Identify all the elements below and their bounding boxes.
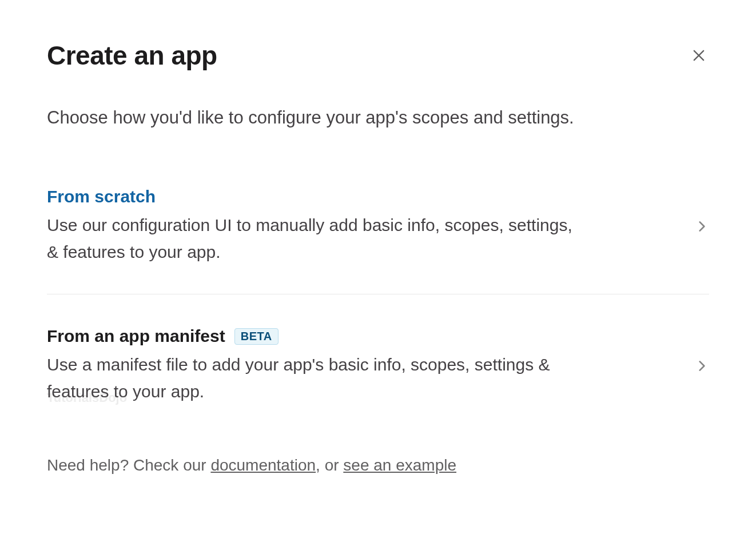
footer-mid: , or bbox=[316, 456, 343, 474]
dialog-header: Create an app bbox=[47, 40, 709, 71]
close-button[interactable] bbox=[689, 45, 709, 66]
option-from-manifest-desc: Use a manifest file to add your app's ba… bbox=[47, 352, 573, 405]
option-divider bbox=[47, 294, 709, 294]
option-from-scratch-desc: Use our configuration UI to manually add… bbox=[47, 212, 573, 265]
option-from-scratch-title-text: From scratch bbox=[47, 187, 156, 206]
dialog-title: Create an app bbox=[47, 40, 217, 71]
see-example-link[interactable]: see an example bbox=[343, 456, 456, 474]
option-from-scratch[interactable]: From scratch Use our configuration UI to… bbox=[47, 187, 709, 294]
close-icon bbox=[691, 47, 707, 63]
option-from-manifest-title-text: From an app manifest bbox=[47, 326, 225, 346]
documentation-link[interactable]: documentation bbox=[210, 456, 316, 474]
dialog-subtitle: Choose how you'd like to configure your … bbox=[47, 105, 709, 130]
option-from-scratch-title: From scratch bbox=[47, 187, 660, 206]
chevron-right-icon bbox=[694, 358, 709, 373]
option-from-manifest[interactable]: From an app manifest BETA Use a manifest… bbox=[47, 326, 709, 433]
footer-help-text: TutorialsDojo Need help? Check our docum… bbox=[47, 456, 709, 475]
chevron-right-icon bbox=[694, 219, 709, 234]
option-from-manifest-content: From an app manifest BETA Use a manifest… bbox=[47, 326, 694, 405]
create-app-dialog: Create an app Choose how you'd like to c… bbox=[0, 0, 756, 475]
option-from-scratch-content: From scratch Use our configuration UI to… bbox=[47, 187, 694, 265]
option-from-manifest-title: From an app manifest BETA bbox=[47, 326, 660, 346]
footer-prefix: Need help? Check our bbox=[47, 456, 210, 474]
beta-badge: BETA bbox=[234, 328, 278, 345]
